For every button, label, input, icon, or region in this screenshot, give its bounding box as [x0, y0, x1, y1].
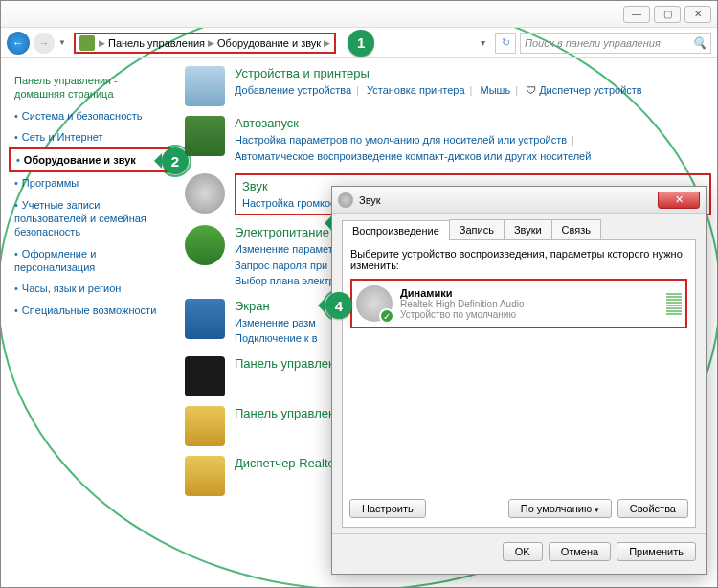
- link-install-printer[interactable]: Установка принтера: [367, 84, 465, 96]
- check-icon: ✓: [379, 308, 394, 324]
- chevron-right-icon: ▶: [99, 38, 105, 48]
- link-connect-ext[interactable]: Подключение к в: [235, 332, 318, 344]
- category-title[interactable]: Экран: [235, 299, 318, 313]
- annotation-marker-1: 1: [348, 30, 374, 57]
- device-status: Устройство по умолчанию: [400, 309, 525, 320]
- history-dropdown-icon[interactable]: ▼: [58, 38, 70, 47]
- autoplay-icon: [185, 116, 225, 156]
- realtek-icon: [185, 456, 225, 496]
- sidebar-item-users[interactable]: Учетные записи пользователей и семейная …: [9, 194, 171, 243]
- close-button[interactable]: ✕: [684, 6, 711, 23]
- ok-button[interactable]: OK: [503, 542, 543, 561]
- configure-button[interactable]: Настроить: [349, 499, 426, 518]
- link-autoplay-defaults[interactable]: Настройка параметров по умолчанию для но…: [235, 134, 567, 146]
- annotation-marker-4: 4: [325, 292, 352, 319]
- category-title[interactable]: Устройства и принтеры: [235, 66, 642, 80]
- navigation-bar: ← → ▼ ▶ Панель управления ▶ Оборудование…: [1, 28, 717, 58]
- dialog-close-button[interactable]: ✕: [658, 192, 700, 209]
- cancel-button[interactable]: Отмена: [549, 542, 611, 561]
- breadcrumb-home[interactable]: Панель управления: [105, 37, 208, 49]
- search-input[interactable]: Поиск в панели управления 🔍: [520, 33, 711, 54]
- breadcrumb-sub[interactable]: Оборудование и звук: [214, 37, 324, 49]
- link-display-size[interactable]: Изменение разм: [235, 317, 316, 328]
- sound-dialog: Звук ✕ Воспроизведение Запись Звуки Связ…: [331, 186, 707, 575]
- tab-communications[interactable]: Связь: [551, 219, 601, 239]
- set-default-button[interactable]: По умолчанию: [508, 499, 612, 518]
- sidebar-item-appearance[interactable]: Оформление и персонализация: [9, 243, 171, 279]
- dialog-instruction: Выберите устройство воспроизведения, пар…: [350, 248, 687, 271]
- tab-panel: Выберите устройство воспроизведения, пар…: [342, 240, 696, 528]
- minimize-button[interactable]: —: [623, 6, 650, 23]
- link-power-plan[interactable]: Выбор плана электроп: [235, 275, 347, 286]
- dialog-footer: OK Отмена Применить: [332, 533, 706, 569]
- search-icon[interactable]: 🔍: [692, 36, 707, 50]
- properties-button[interactable]: Свойства: [617, 499, 688, 518]
- back-button[interactable]: ←: [7, 32, 30, 55]
- sound-icon: [185, 173, 225, 214]
- refresh-button[interactable]: ↻: [495, 33, 516, 54]
- panel-icon: [185, 406, 225, 446]
- category-title[interactable]: Автозапуск: [235, 116, 591, 130]
- tab-recording[interactable]: Запись: [449, 219, 505, 239]
- link-add-device[interactable]: Добавление устройства: [235, 84, 351, 96]
- dropdown-icon[interactable]: ▾: [481, 37, 485, 48]
- link-mouse[interactable]: Мышь: [481, 84, 511, 96]
- link-power-params[interactable]: Изменение параметро: [235, 243, 345, 255]
- control-panel-icon: [79, 35, 95, 51]
- dialog-title: Звук: [359, 194, 381, 206]
- forward-button: →: [34, 33, 55, 54]
- device-name: Динамики: [400, 287, 525, 299]
- speaker-icon: [338, 192, 353, 208]
- link-autoplay-cd[interactable]: Автоматическое воспроизведение компакт-д…: [235, 150, 591, 162]
- sidebar-item-accessibility[interactable]: Специальные возможности: [9, 300, 171, 321]
- level-meter-icon: [666, 293, 682, 315]
- search-placeholder: Поиск в панели управления: [525, 37, 661, 49]
- sidebar-home[interactable]: Панель управления - домашняя страница: [9, 70, 171, 105]
- sidebar: Панель управления - домашняя страница Си…: [1, 58, 179, 587]
- sidebar-item-network[interactable]: Сеть и Интернет: [9, 126, 171, 147]
- speaker-device-icon: ✓: [356, 285, 393, 322]
- power-icon: [185, 225, 225, 265]
- apply-button[interactable]: Применить: [617, 542, 696, 561]
- window-titlebar: — ▢ ✕: [1, 1, 717, 28]
- chevron-right-icon: ▶: [208, 38, 214, 48]
- printer-icon: [185, 66, 225, 106]
- dialog-tabs: Воспроизведение Запись Звуки Связь: [342, 219, 696, 240]
- maximize-button[interactable]: ▢: [654, 6, 681, 23]
- nvidia-icon: [185, 356, 225, 396]
- category-autoplay: Автозапуск Настройка параметров по умолч…: [185, 116, 711, 164]
- device-driver: Realtek High Definition Audio: [400, 299, 525, 309]
- breadcrumb[interactable]: ▶ Панель управления ▶ Оборудование и зву…: [74, 33, 336, 54]
- sidebar-item-system[interactable]: Система и безопасность: [9, 105, 171, 126]
- tab-sounds[interactable]: Звуки: [504, 219, 552, 239]
- tab-playback[interactable]: Воспроизведение: [342, 220, 450, 240]
- link-device-manager[interactable]: Диспетчер устройств: [539, 84, 642, 96]
- display-icon: [185, 299, 225, 339]
- sidebar-item-programs[interactable]: Программы: [9, 172, 171, 193]
- dialog-titlebar[interactable]: Звук ✕: [332, 187, 706, 214]
- category-devices: Устройства и принтеры Добавление устройс…: [185, 66, 711, 106]
- chevron-right-icon: ▶: [324, 38, 330, 48]
- sidebar-item-clock[interactable]: Часы, язык и регион: [9, 278, 171, 299]
- device-item-speakers[interactable]: 4 ✓ Динамики Realtek High Definition Aud…: [350, 279, 687, 328]
- category-title[interactable]: Диспетчер Realtek: [235, 456, 341, 470]
